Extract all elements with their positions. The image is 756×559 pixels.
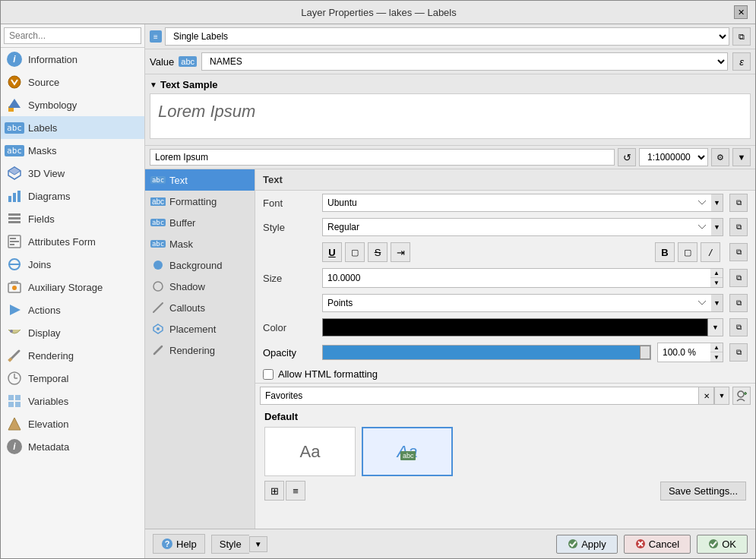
sub-nav-placement[interactable]: Placement [145, 318, 255, 340]
sidebar-item-label: Masks [28, 145, 57, 156]
copy-label-settings-button[interactable]: ⧉ [732, 27, 751, 46]
style-dropdown-button[interactable]: ▼ [249, 536, 267, 552]
symbology-icon [7, 97, 22, 112]
sidebar-item-metadata[interactable]: i Metadata [1, 435, 144, 458]
cancel-button[interactable]: Cancel [624, 535, 691, 554]
style-select[interactable]: Regular [322, 218, 711, 236]
opacity-down-button[interactable]: ▼ [710, 352, 723, 362]
text-sample-header[interactable]: ▼ Text Sample [150, 77, 751, 93]
opacity-up-button[interactable]: ▲ [710, 343, 723, 352]
color-dropdown-btn[interactable]: ▼ [708, 318, 723, 336]
list-view-button[interactable]: ≡ [286, 481, 305, 501]
sidebar-item-3dview[interactable]: 3D View [1, 162, 144, 185]
help-button[interactable]: ? Help [153, 534, 205, 554]
size-unit-dropdown-btn[interactable]: ▼ [711, 294, 723, 312]
sub-nav-callouts[interactable]: Callouts [145, 297, 255, 318]
ok-button[interactable]: OK [697, 535, 748, 554]
value-label: Value [150, 56, 174, 68]
color-swatch[interactable] [322, 318, 708, 336]
sidebar-item-source[interactable]: Source [1, 71, 144, 93]
strikethrough-button[interactable]: S [368, 242, 387, 262]
html-formatting-checkbox[interactable] [263, 369, 274, 380]
size-down-button[interactable]: ▼ [710, 278, 723, 287]
color-copy-button[interactable]: ⧉ [729, 318, 748, 336]
svg-point-30 [153, 261, 163, 270]
apply-button[interactable]: Apply [556, 535, 618, 554]
superscript2-button[interactable]: ▢ [678, 242, 697, 262]
fields-icon [7, 211, 22, 226]
sidebar-item-information[interactable]: i Information [1, 48, 144, 71]
style-select-container: Regular ▼ [322, 218, 723, 236]
size-input[interactable] [322, 268, 710, 288]
indent-button[interactable]: ⇥ [391, 242, 410, 262]
single-labels-icon: ≡ [150, 30, 162, 43]
value-field-select[interactable]: NAMES [201, 52, 728, 71]
sidebar-search-input[interactable] [4, 27, 141, 44]
save-settings-button[interactable]: Save Settings... [660, 482, 746, 501]
close-button[interactable]: ✕ [734, 5, 748, 19]
sidebar-item-temporal[interactable]: Temporal [1, 367, 144, 390]
font-select[interactable]: Ubuntu [322, 194, 711, 212]
favorites-clear-button[interactable]: ✕ [699, 387, 714, 405]
sidebar-item-attributes-form[interactable]: Attributes Form [1, 230, 144, 253]
field-type-badge: abc [179, 56, 197, 67]
style-copy-button[interactable]: ⧉ [729, 218, 748, 236]
sidebar-item-diagrams[interactable]: Diagrams [1, 185, 144, 207]
sub-nav-shadow[interactable]: Shadow [145, 276, 255, 297]
sidebar-item-rendering[interactable]: Rendering [1, 344, 144, 367]
refresh-preview-button[interactable]: ↺ [618, 148, 636, 166]
sub-nav-text[interactable]: abc Text [145, 169, 255, 191]
shadow-tab-icon [151, 280, 165, 293]
preview-input[interactable] [150, 149, 615, 166]
size-row: Size ▲ ▼ ⧉ [255, 265, 755, 291]
style-label-button[interactable]: Style [211, 535, 249, 554]
font-copy-button[interactable]: ⧉ [729, 194, 748, 212]
font-dropdown-btn[interactable]: ▼ [711, 194, 723, 212]
opacity-label: Opacity [263, 347, 316, 358]
font-card-2[interactable]: Aa abc [362, 427, 453, 476]
italic-slash-button[interactable]: / [701, 242, 720, 262]
more-options-button[interactable]: ▼ [732, 148, 751, 166]
bold-button[interactable]: B [655, 242, 675, 262]
size-unit-select[interactable]: Points [322, 294, 711, 312]
favorites-dropdown-button[interactable]: ▼ [714, 387, 729, 405]
style-dropdown-btn[interactable]: ▼ [711, 218, 723, 236]
grid-view-button[interactable]: ⊞ [264, 481, 284, 501]
favorites-search-input[interactable] [260, 387, 699, 405]
map-settings-button[interactable]: ⚙ [711, 148, 729, 166]
sub-nav-mask[interactable]: abc Mask [145, 233, 255, 254]
sidebar-item-actions[interactable]: Actions [1, 298, 144, 321]
expression-button[interactable]: ε [732, 52, 751, 71]
font-card-1[interactable]: Aa [264, 427, 356, 476]
sidebar-item-elevation[interactable]: Elevation [1, 412, 144, 435]
sidebar-item-symbology[interactable]: Symbology [1, 93, 144, 116]
underline-button[interactable]: U [322, 242, 342, 262]
sub-nav-buffer[interactable]: abc Buffer [145, 212, 255, 233]
format-copy-button[interactable]: ⧉ [729, 243, 748, 261]
sub-nav-formatting[interactable]: abc Formatting [145, 191, 255, 212]
sidebar-item-auxiliary-storage[interactable]: Auxiliary Storage [1, 276, 144, 298]
formatting-tab-icon: abc [151, 194, 165, 208]
joins-icon [7, 257, 22, 272]
opacity-input[interactable] [657, 343, 710, 362]
sidebar-item-joins[interactable]: Joins [1, 253, 144, 276]
sidebar-item-variables[interactable]: Variables [1, 390, 144, 412]
opacity-copy-button[interactable]: ⧉ [729, 343, 748, 362]
information-icon: i [7, 52, 22, 67]
opacity-slider[interactable] [322, 345, 651, 360]
sidebar-item-labels[interactable]: abc Labels [1, 116, 144, 139]
scale-select[interactable]: 1:1000000 [639, 148, 708, 166]
diagrams-icon [7, 188, 22, 204]
superscript-button[interactable]: ▢ [345, 242, 365, 262]
sub-nav-background[interactable]: Background [145, 254, 255, 276]
sidebar-item-masks[interactable]: abc Masks [1, 139, 144, 162]
sub-nav-rendering[interactable]: Rendering [145, 340, 255, 361]
add-favorite-button[interactable] [732, 387, 751, 405]
size-unit-copy-button[interactable]: ⧉ [729, 294, 748, 312]
sidebar-item-display[interactable]: Display [1, 321, 144, 344]
size-up-button[interactable]: ▲ [710, 269, 723, 278]
preview-area: Lorem Ipsum [150, 93, 751, 139]
label-mode-select[interactable]: Single Labels [165, 27, 729, 46]
sidebar-item-fields[interactable]: Fields [1, 207, 144, 230]
size-copy-button[interactable]: ⧉ [729, 269, 748, 287]
